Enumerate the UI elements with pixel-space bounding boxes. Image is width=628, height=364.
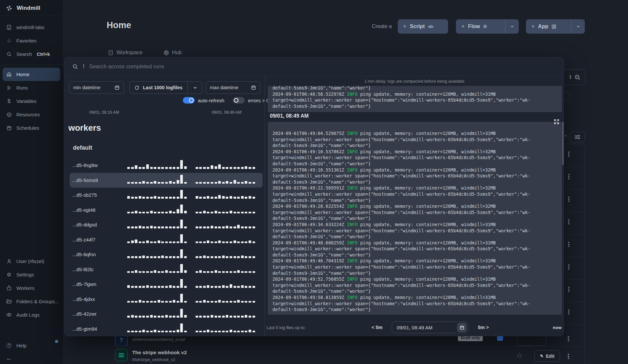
sidebar-item-variables[interactable]: $Variables	[0, 94, 63, 108]
page-title: Home	[107, 20, 131, 30]
sidebar-item-home[interactable]: Home	[3, 68, 60, 81]
sidebar-item-settings[interactable]: ⚙Settings	[0, 268, 63, 281]
worker-row-d5-6qfnn[interactable]: ...d5-6qfnn	[70, 247, 263, 262]
create-script-button[interactable]: + Script </>	[398, 19, 448, 34]
star-icon: ☆	[6, 37, 12, 44]
errors-toggle[interactable]	[233, 97, 245, 104]
flow-dropdown-chevron[interactable]	[505, 19, 519, 34]
row-kebab-menu-icon[interactable]: •••	[566, 196, 571, 202]
worker-row-d5-42zwr[interactable]: ...d5-42zwr	[70, 306, 263, 322]
flow-button-label: Flow	[468, 24, 480, 29]
sidebar: Windmill windmill-labs ☆ Favorites Searc…	[0, 0, 63, 364]
sidebar-item-folders-groups-[interactable]: Folders & Groups...	[0, 295, 63, 308]
worker-row-d5-sb275[interactable]: ...d5-sb275	[70, 188, 263, 203]
worker-row-d5-gtm94[interactable]: ...d5-gtm94	[70, 322, 263, 337]
help-icon: ?	[6, 343, 12, 348]
max-datetime-label: max datetime	[210, 85, 238, 90]
worker-name: ...d5-sb275	[70, 192, 127, 198]
user-icon	[6, 259, 12, 264]
worker-row-d5-7lgwn[interactable]: ...d5-7lgwn	[70, 277, 263, 292]
row-divider	[118, 346, 585, 346]
sidebar-item-label: Resources	[16, 112, 40, 117]
create-prefix-label: Create a	[369, 24, 392, 29]
log-footer: Last 5 log files up to: < 5m 09/01, 08:4…	[265, 321, 564, 334]
sidebar-item-workers[interactable]: Workers	[0, 281, 63, 295]
worker-row-d5-z44f7[interactable]: ...d5-z44f7	[70, 232, 263, 247]
logfiles-dropdown-chevron[interactable]	[187, 82, 202, 93]
tab-workspace[interactable]: Workspace	[108, 50, 143, 56]
row-kebab-menu-icon[interactable]: •••	[566, 264, 571, 270]
bang-prefix: !	[83, 64, 84, 70]
search-shortcut: Ctrl+k	[37, 52, 50, 57]
tab-hub[interactable]: Hub	[164, 50, 182, 56]
worker-row-d5-8sg9w[interactable]: ...d5-8sg9w	[70, 158, 263, 173]
expand-log-icon[interactable]	[554, 119, 559, 124]
cube-icon	[6, 112, 12, 117]
log-footer-label: Last 5 log files up to:	[267, 325, 305, 330]
sidebar-item-search[interactable]: Search Ctrl+k	[0, 47, 63, 61]
sidebar-item-schedules[interactable]: Schedules	[0, 121, 63, 135]
dollar-icon: $	[6, 98, 12, 104]
edit-button-label: Edit	[546, 354, 554, 359]
item-path: f/bd/stripe_webhook_v2	[132, 357, 175, 362]
log-datetime-value: 09/01, 08:49 AM	[397, 325, 432, 330]
workers-heading: workers	[68, 123, 101, 133]
sidebar-item-favorites[interactable]: ☆ Favorites	[0, 34, 63, 47]
logfiles-range-button[interactable]: Last 1000 logfiles	[130, 81, 202, 94]
runs-search-input[interactable]	[89, 63, 383, 70]
edit-button[interactable]: ✎ Edit	[534, 350, 560, 362]
worker-row-d5-4jdxx[interactable]: ...d5-4jdxx	[70, 292, 263, 307]
play-icon	[6, 85, 12, 91]
row-kebab-menu-icon[interactable]: •••	[566, 309, 571, 315]
display-settings-button[interactable]	[570, 132, 585, 142]
worker-name: ...d5-6qfnn	[70, 252, 127, 257]
building-icon	[108, 50, 113, 56]
sliders-icon	[574, 135, 581, 140]
worker-row-d5-xgt48[interactable]: ...d5-xgt48	[70, 203, 263, 218]
folder-icon	[6, 299, 12, 304]
create-flow-button[interactable]: + Flow ≡	[456, 19, 519, 34]
code-search-icon	[574, 74, 581, 80]
favorite-star-icon[interactable]: ☆	[516, 351, 523, 360]
log-datetime-input[interactable]: 09/01, 08:49 AM	[392, 322, 468, 333]
row-kebab-menu-icon[interactable]: •••	[566, 354, 571, 359]
row-kebab-menu-icon[interactable]: •••	[566, 336, 571, 342]
worker-row-d5-5sms9[interactable]: ...d5-5sms9	[70, 173, 263, 188]
sidebar-item-workspace[interactable]: windmill-labs	[0, 21, 63, 34]
search-icon	[72, 64, 78, 70]
sidebar-item-user-rfiszel-[interactable]: User (rfiszel)	[0, 255, 63, 268]
worker-row-d5-l82lc[interactable]: ...d5-l82lc	[70, 262, 263, 277]
workers-list: ...d5-8sg9w...d5-5sms9...d5-sb275...d5-x…	[70, 158, 263, 336]
sidebar-item-runs[interactable]: Runs	[0, 81, 63, 94]
worker-row-d5-ddgsd[interactable]: ...d5-ddgsd	[70, 217, 263, 232]
log-scrollbar-thumb[interactable]	[562, 122, 564, 165]
row-kebab-menu-icon[interactable]: •••	[566, 219, 571, 225]
auto-refresh-toggle[interactable]	[183, 97, 195, 104]
refresh-icon	[134, 85, 139, 90]
log-block-previous: default-5sms9-Jmn1G","name":"worker"}202…	[268, 86, 562, 112]
min-datetime-input[interactable]: min datetime	[69, 81, 124, 94]
sidebar-item-audit-logs[interactable]: Audit Logs	[0, 308, 63, 322]
collapse-sidebar-arrow-icon[interactable]: ←	[6, 355, 12, 362]
sidebar-item-label: Folders & Groups...	[16, 299, 59, 304]
sidebar-item-help[interactable]: ? Help	[0, 339, 63, 352]
modal-search-row: !	[64, 58, 564, 76]
plus-icon: +	[403, 23, 407, 30]
row-kebab-menu-icon[interactable]: •••	[566, 174, 571, 180]
edit-button[interactable]	[517, 335, 546, 346]
max-datetime-input[interactable]: max datetime	[206, 81, 260, 94]
globe-icon	[164, 50, 169, 56]
now-button[interactable]: now	[553, 325, 562, 330]
sidebar-item-resources[interactable]: Resources	[0, 108, 63, 121]
create-app-button[interactable]: + App	[526, 19, 585, 34]
item-row-stripe-webhook[interactable]: The stripe webhook v2 f/bd/stripe_webhoo…	[115, 348, 585, 364]
row-kebab-menu-icon[interactable]: •••	[566, 287, 571, 292]
log-section-header: 09/01, 08:49 AM	[270, 113, 309, 119]
app-dropdown-chevron[interactable]	[571, 19, 585, 34]
forward-5m-button[interactable]: 5m >	[478, 325, 489, 330]
row-kebab-menu-icon[interactable]: •••	[566, 151, 571, 157]
asterisk-icon: ✳	[564, 134, 567, 138]
row-kebab-menu-icon[interactable]: •••	[566, 241, 571, 247]
bot-icon	[6, 285, 12, 291]
back-5m-button[interactable]: < 5m	[372, 325, 382, 330]
